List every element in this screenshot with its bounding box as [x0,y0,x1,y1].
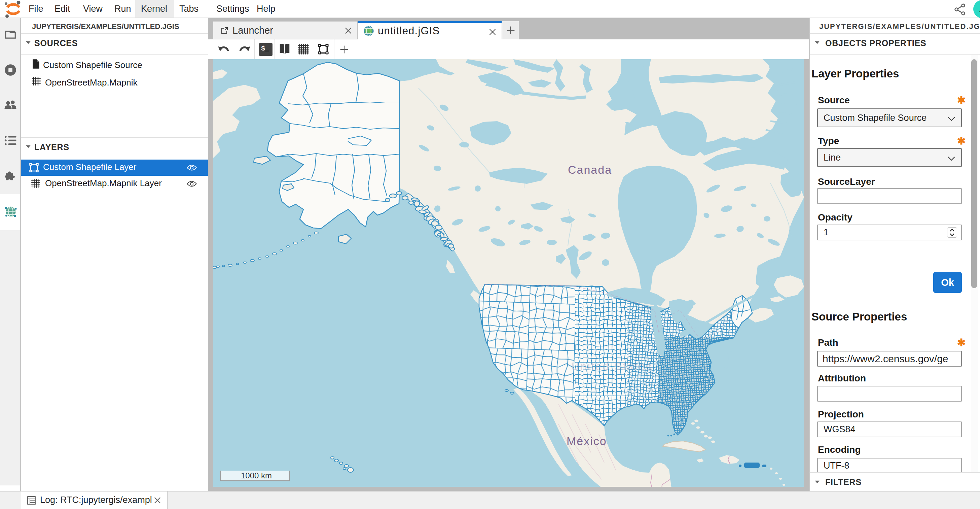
svg-text:United States: United States [571,360,653,373]
svg-text:Canada: Canada [568,163,612,176]
svg-text:1000 km: 1000 km [241,471,272,480]
svg-text:México: México [566,435,607,447]
